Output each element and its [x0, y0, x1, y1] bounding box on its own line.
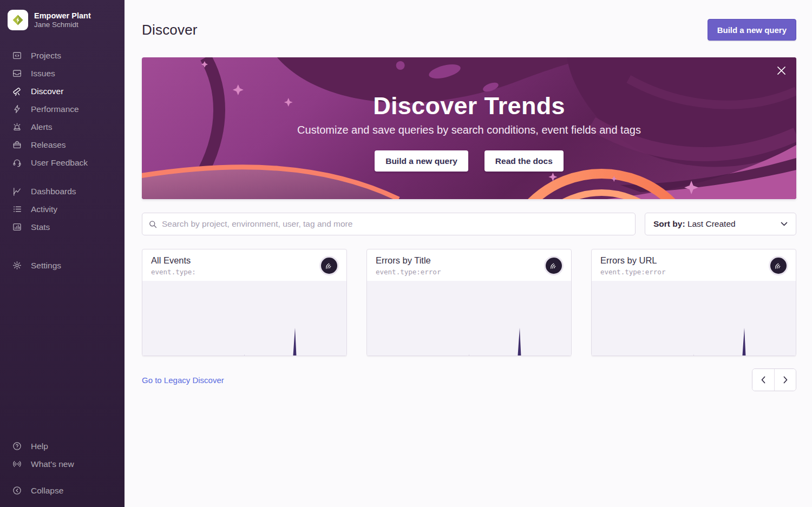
sidebar-nav-primary: Projects Issues Discover Performance Ale… [0, 47, 125, 172]
empower-plant-logo-icon [11, 13, 25, 27]
projects-icon [11, 51, 22, 61]
sentry-logo-icon [548, 260, 560, 272]
sidebar-item-discover[interactable]: Discover [0, 82, 125, 100]
banner-subtitle: Customize and save queries by search con… [297, 124, 641, 136]
headset-icon [11, 158, 22, 168]
sidebar-item-label: Stats [31, 222, 50, 232]
bar-chart-icon [11, 222, 22, 232]
gear-icon [11, 261, 22, 271]
query-card-errors-by-url[interactable]: Errors by URL event.type:error Last [591, 249, 796, 356]
sidebar-item-whats-new[interactable]: What's new [0, 455, 125, 473]
sidebar-item-label: Help [31, 442, 48, 451]
sidebar-item-settings[interactable]: Settings [0, 256, 125, 274]
sidebar-item-dashboards[interactable]: Dashboards [0, 182, 125, 200]
chevron-down-icon [781, 222, 788, 226]
help-icon [11, 442, 22, 451]
sort-value: Last Created [687, 219, 736, 228]
banner-build-query-button[interactable]: Build a new query [375, 150, 468, 172]
sidebar-item-releases[interactable]: Releases [0, 136, 125, 154]
search-box[interactable] [142, 213, 636, 235]
org-labels: Empower Plant Jane Schmidt [34, 11, 91, 30]
sidebar-item-label: Collapse [31, 486, 63, 496]
banner-buttons: Build a new query Read the docs [375, 150, 564, 172]
sidebar-item-label: Releases [31, 140, 66, 150]
card-title: Errors by Title [376, 255, 562, 266]
banner-close-button[interactable] [775, 64, 787, 76]
banner-title: Discover Trends [373, 92, 565, 120]
sentry-logo-badge [544, 256, 564, 275]
sort-text: Sort by: Last Created [653, 219, 736, 229]
sidebar-item-label: Alerts [31, 122, 53, 132]
sidebar-item-user-feedback[interactable]: User Feedback [0, 154, 125, 172]
org-name: Empower Plant [34, 11, 91, 21]
sentry-logo-badge [769, 256, 788, 275]
card-header: Errors by URL event.type:error [592, 249, 796, 281]
pagination-next-button[interactable] [774, 369, 796, 391]
sidebar-nav-secondary: Dashboards Activity Stats [0, 182, 125, 236]
sidebar: Empower Plant Jane Schmidt Projects Issu… [0, 0, 125, 507]
sidebar-nav-collapse: Collapse [0, 482, 125, 499]
sort-dropdown[interactable]: Sort by: Last Created [645, 213, 796, 235]
pagination [752, 368, 796, 391]
card-query: event.type: [151, 268, 338, 276]
saved-query-cards: All Events event.type: Last 24 hrs [142, 249, 796, 356]
main-content: Discover Build a new query [125, 0, 812, 507]
banner-read-docs-button[interactable]: Read the docs [484, 150, 564, 172]
sidebar-item-stats[interactable]: Stats [0, 218, 125, 236]
broadcast-icon [11, 459, 22, 469]
sidebar-item-issues[interactable]: Issues [0, 64, 125, 82]
sidebar-item-projects[interactable]: Projects [0, 47, 125, 64]
telescope-icon [11, 87, 22, 96]
issues-icon [11, 69, 22, 78]
sort-label: Sort by: [653, 219, 685, 228]
query-card-all-events[interactable]: All Events event.type: Last 24 hrs [142, 249, 347, 356]
sentry-logo-icon [323, 260, 335, 272]
lightning-icon [11, 104, 22, 114]
card-query: event.type:error [600, 268, 787, 276]
close-icon [777, 66, 786, 75]
sidebar-item-label: Issues [31, 69, 55, 78]
sidebar-item-activity[interactable]: Activity [0, 200, 125, 218]
chevron-right-icon [782, 376, 789, 384]
bottom-row: Go to Legacy Discover [142, 368, 796, 391]
chevron-left-icon [760, 376, 767, 384]
sidebar-nav-settings: Settings [0, 256, 125, 274]
search-input[interactable] [162, 219, 628, 229]
banner-content: Discover Trends Customize and save queri… [142, 57, 796, 199]
sidebar-item-performance[interactable]: Performance [0, 100, 125, 118]
sidebar-item-label: Settings [31, 261, 61, 271]
list-icon [11, 205, 22, 214]
sentry-logo-badge [319, 256, 339, 275]
sidebar-item-label: Performance [31, 104, 79, 114]
card-title: All Events [151, 255, 338, 266]
sidebar-item-label: Activity [31, 205, 57, 214]
sidebar-item-label: Discover [31, 87, 63, 96]
query-card-errors-by-title[interactable]: Errors by Title event.type:error Las [366, 249, 572, 356]
card-header: Errors by Title event.type:error [367, 249, 571, 281]
siren-icon [11, 122, 22, 132]
build-new-query-button[interactable]: Build a new query [708, 19, 796, 41]
card-title: Errors by URL [600, 255, 787, 266]
briefcase-icon [11, 140, 22, 150]
org-switcher[interactable]: Empower Plant Jane Schmidt [0, 0, 125, 30]
sidebar-item-alerts[interactable]: Alerts [0, 118, 125, 136]
sidebar-item-label: What's new [31, 459, 74, 469]
org-avatar [8, 10, 28, 30]
legacy-discover-link[interactable]: Go to Legacy Discover [142, 376, 224, 385]
line-chart-icon [11, 187, 22, 196]
query-toolbar: Sort by: Last Created [142, 213, 796, 235]
search-icon [149, 220, 157, 228]
sidebar-item-label: User Feedback [31, 158, 88, 168]
sidebar-item-help[interactable]: Help [0, 437, 125, 455]
page-title: Discover [142, 22, 198, 38]
card-sparkline [367, 281, 571, 356]
sidebar-collapse-button[interactable]: Collapse [0, 482, 125, 499]
sidebar-item-label: Projects [31, 51, 61, 61]
sidebar-nav-footer: Help What's new [0, 437, 125, 473]
card-header: All Events event.type: [142, 249, 346, 281]
card-query: event.type:error [376, 268, 562, 276]
discover-trends-banner: Discover Trends Customize and save queri… [142, 57, 796, 199]
pagination-prev-button[interactable] [752, 369, 774, 391]
card-sparkline [142, 281, 346, 356]
sidebar-spacer [0, 274, 125, 437]
